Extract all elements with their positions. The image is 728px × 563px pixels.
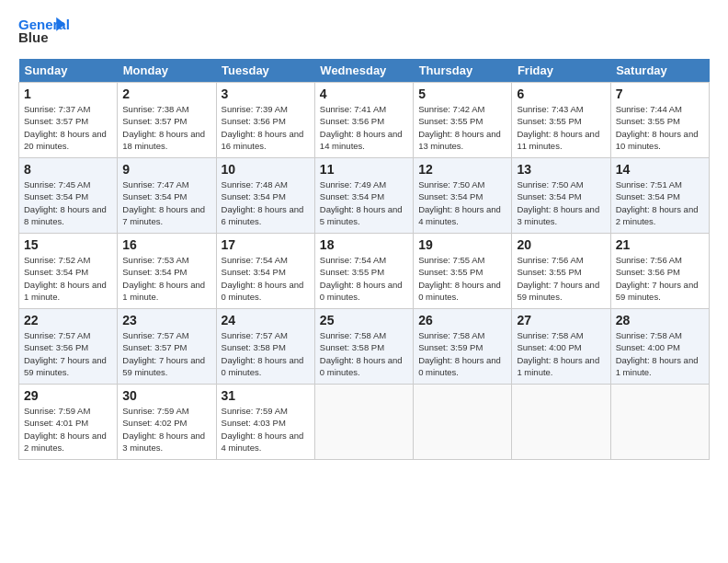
day-info: Sunrise: 7:56 AM Sunset: 3:56 PM Dayligh… bbox=[616, 254, 704, 303]
calendar-cell: 17 Sunrise: 7:54 AM Sunset: 3:54 PM Dayl… bbox=[216, 234, 314, 309]
calendar-cell: 12 Sunrise: 7:50 AM Sunset: 3:54 PM Dayl… bbox=[414, 158, 512, 234]
day-number: 21 bbox=[616, 237, 704, 252]
col-header-sunday: Sunday bbox=[19, 59, 118, 83]
day-number: 2 bbox=[122, 86, 210, 101]
day-number: 22 bbox=[24, 313, 112, 327]
day-info: Sunrise: 7:59 AM Sunset: 4:02 PM Dayligh… bbox=[122, 405, 210, 454]
calendar-cell: 26 Sunrise: 7:58 AM Sunset: 3:59 PM Dayl… bbox=[414, 309, 512, 385]
day-number: 8 bbox=[24, 162, 112, 177]
calendar-cell: 9 Sunrise: 7:47 AM Sunset: 3:54 PM Dayli… bbox=[118, 158, 216, 234]
calendar-cell bbox=[512, 385, 610, 460]
calendar-week-row: 1 Sunrise: 7:37 AM Sunset: 3:57 PM Dayli… bbox=[19, 83, 710, 158]
calendar-week-row: 15 Sunrise: 7:52 AM Sunset: 3:54 PM Dayl… bbox=[19, 234, 710, 309]
calendar-cell: 24 Sunrise: 7:57 AM Sunset: 3:58 PM Dayl… bbox=[216, 309, 314, 385]
day-number: 6 bbox=[517, 86, 605, 101]
col-header-monday: Monday bbox=[118, 59, 216, 83]
calendar-cell: 23 Sunrise: 7:57 AM Sunset: 3:57 PM Dayl… bbox=[118, 309, 216, 385]
day-number: 15 bbox=[24, 237, 112, 252]
calendar-cell: 14 Sunrise: 7:51 AM Sunset: 3:54 PM Dayl… bbox=[610, 158, 709, 234]
day-info: Sunrise: 7:41 AM Sunset: 3:56 PM Dayligh… bbox=[320, 103, 408, 152]
calendar-cell: 6 Sunrise: 7:43 AM Sunset: 3:55 PM Dayli… bbox=[512, 83, 610, 158]
day-info: Sunrise: 7:59 AM Sunset: 4:03 PM Dayligh… bbox=[222, 405, 310, 454]
day-number: 25 bbox=[320, 313, 408, 327]
calendar-header-row: SundayMondayTuesdayWednesdayThursdayFrid… bbox=[19, 59, 710, 83]
day-info: Sunrise: 7:42 AM Sunset: 3:55 PM Dayligh… bbox=[418, 103, 506, 152]
col-header-saturday: Saturday bbox=[610, 59, 709, 83]
day-info: Sunrise: 7:56 AM Sunset: 3:55 PM Dayligh… bbox=[517, 254, 605, 303]
day-info: Sunrise: 7:47 AM Sunset: 3:54 PM Dayligh… bbox=[122, 178, 210, 227]
day-info: Sunrise: 7:50 AM Sunset: 3:54 PM Dayligh… bbox=[517, 178, 605, 227]
col-header-friday: Friday bbox=[512, 59, 610, 83]
calendar-cell: 13 Sunrise: 7:50 AM Sunset: 3:54 PM Dayl… bbox=[512, 158, 610, 234]
logo-icon: GeneralBlue bbox=[18, 15, 74, 52]
day-number: 13 bbox=[517, 162, 605, 177]
day-number: 4 bbox=[320, 86, 408, 101]
calendar-cell: 2 Sunrise: 7:38 AM Sunset: 3:57 PM Dayli… bbox=[118, 83, 216, 158]
day-number: 7 bbox=[616, 86, 704, 101]
day-number: 18 bbox=[320, 237, 408, 252]
day-number: 27 bbox=[517, 313, 605, 327]
calendar-cell: 7 Sunrise: 7:44 AM Sunset: 3:55 PM Dayli… bbox=[610, 83, 709, 158]
calendar-cell: 19 Sunrise: 7:55 AM Sunset: 3:55 PM Dayl… bbox=[414, 234, 512, 309]
day-info: Sunrise: 7:57 AM Sunset: 3:56 PM Dayligh… bbox=[24, 329, 112, 378]
day-number: 12 bbox=[418, 162, 506, 177]
day-number: 17 bbox=[222, 237, 310, 252]
day-number: 29 bbox=[24, 388, 112, 403]
page-header: GeneralBlue bbox=[18, 15, 710, 52]
day-info: Sunrise: 7:48 AM Sunset: 3:54 PM Dayligh… bbox=[222, 178, 310, 227]
calendar-cell: 5 Sunrise: 7:42 AM Sunset: 3:55 PM Dayli… bbox=[414, 83, 512, 158]
day-info: Sunrise: 7:58 AM Sunset: 3:59 PM Dayligh… bbox=[418, 329, 506, 378]
day-number: 9 bbox=[122, 162, 210, 177]
day-number: 24 bbox=[222, 313, 310, 327]
day-info: Sunrise: 7:58 AM Sunset: 4:00 PM Dayligh… bbox=[616, 329, 704, 378]
calendar-week-row: 22 Sunrise: 7:57 AM Sunset: 3:56 PM Dayl… bbox=[19, 309, 710, 385]
calendar-cell bbox=[314, 385, 413, 460]
day-info: Sunrise: 7:49 AM Sunset: 3:54 PM Dayligh… bbox=[320, 178, 408, 227]
day-number: 23 bbox=[122, 313, 210, 327]
calendar-cell: 15 Sunrise: 7:52 AM Sunset: 3:54 PM Dayl… bbox=[19, 234, 118, 309]
day-info: Sunrise: 7:58 AM Sunset: 3:58 PM Dayligh… bbox=[320, 329, 408, 378]
calendar-cell: 27 Sunrise: 7:58 AM Sunset: 4:00 PM Dayl… bbox=[512, 309, 610, 385]
day-number: 30 bbox=[122, 388, 210, 403]
calendar-cell: 1 Sunrise: 7:37 AM Sunset: 3:57 PM Dayli… bbox=[19, 83, 118, 158]
day-info: Sunrise: 7:59 AM Sunset: 4:01 PM Dayligh… bbox=[24, 405, 112, 454]
svg-text:Blue: Blue bbox=[18, 29, 49, 45]
day-number: 20 bbox=[517, 237, 605, 252]
col-header-tuesday: Tuesday bbox=[216, 59, 314, 83]
calendar-cell bbox=[610, 385, 709, 460]
day-info: Sunrise: 7:39 AM Sunset: 3:56 PM Dayligh… bbox=[222, 103, 310, 152]
calendar-cell: 3 Sunrise: 7:39 AM Sunset: 3:56 PM Dayli… bbox=[216, 83, 314, 158]
col-header-thursday: Thursday bbox=[414, 59, 512, 83]
day-number: 11 bbox=[320, 162, 408, 177]
day-info: Sunrise: 7:55 AM Sunset: 3:55 PM Dayligh… bbox=[418, 254, 506, 303]
calendar-cell: 8 Sunrise: 7:45 AM Sunset: 3:54 PM Dayli… bbox=[19, 158, 118, 234]
day-number: 19 bbox=[418, 237, 506, 252]
day-number: 10 bbox=[222, 162, 310, 177]
day-info: Sunrise: 7:54 AM Sunset: 3:55 PM Dayligh… bbox=[320, 254, 408, 303]
calendar-cell: 20 Sunrise: 7:56 AM Sunset: 3:55 PM Dayl… bbox=[512, 234, 610, 309]
calendar-cell: 18 Sunrise: 7:54 AM Sunset: 3:55 PM Dayl… bbox=[314, 234, 413, 309]
day-info: Sunrise: 7:45 AM Sunset: 3:54 PM Dayligh… bbox=[24, 178, 112, 227]
calendar-table: SundayMondayTuesdayWednesdayThursdayFrid… bbox=[18, 59, 710, 460]
day-info: Sunrise: 7:44 AM Sunset: 3:55 PM Dayligh… bbox=[616, 103, 704, 152]
calendar-cell: 11 Sunrise: 7:49 AM Sunset: 3:54 PM Dayl… bbox=[314, 158, 413, 234]
calendar-week-row: 8 Sunrise: 7:45 AM Sunset: 3:54 PM Dayli… bbox=[19, 158, 710, 234]
day-info: Sunrise: 7:54 AM Sunset: 3:54 PM Dayligh… bbox=[222, 254, 310, 303]
logo: GeneralBlue bbox=[18, 15, 77, 52]
calendar-cell: 21 Sunrise: 7:56 AM Sunset: 3:56 PM Dayl… bbox=[610, 234, 709, 309]
calendar-cell: 16 Sunrise: 7:53 AM Sunset: 3:54 PM Dayl… bbox=[118, 234, 216, 309]
day-number: 3 bbox=[222, 86, 310, 101]
day-info: Sunrise: 7:37 AM Sunset: 3:57 PM Dayligh… bbox=[24, 103, 112, 152]
day-info: Sunrise: 7:43 AM Sunset: 3:55 PM Dayligh… bbox=[517, 103, 605, 152]
day-number: 28 bbox=[616, 313, 704, 327]
day-number: 5 bbox=[418, 86, 506, 101]
calendar-cell: 4 Sunrise: 7:41 AM Sunset: 3:56 PM Dayli… bbox=[314, 83, 413, 158]
day-info: Sunrise: 7:57 AM Sunset: 3:58 PM Dayligh… bbox=[222, 329, 310, 378]
day-info: Sunrise: 7:58 AM Sunset: 4:00 PM Dayligh… bbox=[517, 329, 605, 378]
day-info: Sunrise: 7:38 AM Sunset: 3:57 PM Dayligh… bbox=[122, 103, 210, 152]
calendar-cell: 10 Sunrise: 7:48 AM Sunset: 3:54 PM Dayl… bbox=[216, 158, 314, 234]
day-number: 1 bbox=[24, 86, 112, 101]
day-info: Sunrise: 7:50 AM Sunset: 3:54 PM Dayligh… bbox=[418, 178, 506, 227]
calendar-cell: 28 Sunrise: 7:58 AM Sunset: 4:00 PM Dayl… bbox=[610, 309, 709, 385]
calendar-cell: 30 Sunrise: 7:59 AM Sunset: 4:02 PM Dayl… bbox=[118, 385, 216, 460]
